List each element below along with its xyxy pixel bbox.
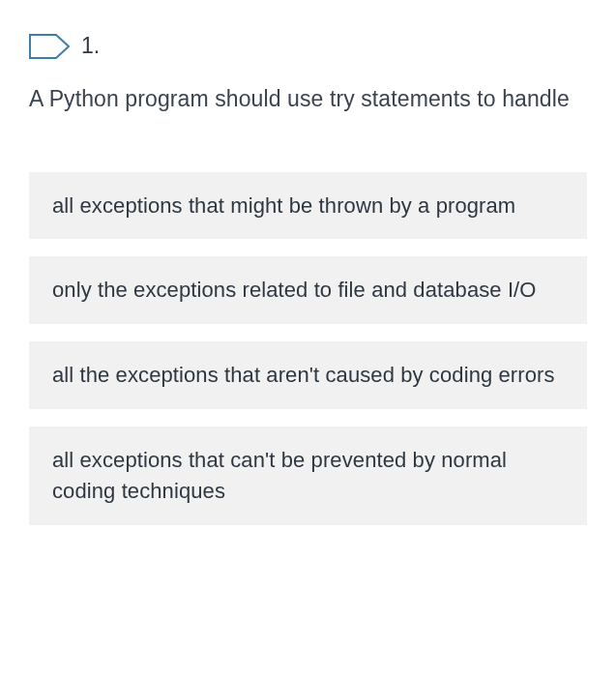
answer-choices: all exceptions that might be thrown by a… bbox=[29, 172, 587, 525]
answer-choice-label: only the exceptions related to file and … bbox=[52, 278, 537, 302]
answer-choice-label: all the exceptions that aren't caused by… bbox=[52, 363, 555, 387]
answer-choice-label: all exceptions that might be thrown by a… bbox=[52, 193, 515, 218]
question-text: A Python program should use try statemen… bbox=[29, 82, 587, 116]
answer-choice[interactable]: all exceptions that can't be prevented b… bbox=[29, 427, 587, 525]
question-header: 1. bbox=[29, 33, 587, 59]
answer-choice[interactable]: only the exceptions related to file and … bbox=[29, 256, 587, 324]
question-number: 1. bbox=[81, 33, 100, 59]
answer-choice-label: all exceptions that can't be prevented b… bbox=[52, 448, 507, 503]
answer-choice[interactable]: all the exceptions that aren't caused by… bbox=[29, 341, 587, 409]
bookmark-icon[interactable] bbox=[29, 34, 68, 59]
answer-choice[interactable]: all exceptions that might be thrown by a… bbox=[29, 172, 587, 240]
